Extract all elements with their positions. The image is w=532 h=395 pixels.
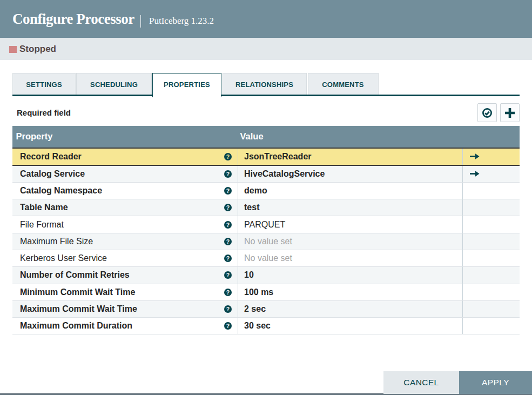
svg-text:?: ?	[226, 204, 230, 211]
svg-text:?: ?	[226, 289, 230, 295]
svg-text:?: ?	[226, 188, 230, 194]
svg-text:?: ?	[226, 153, 230, 159]
svg-text:?: ?	[226, 170, 230, 177]
svg-text:?: ?	[226, 255, 230, 262]
svg-text:?: ?	[226, 221, 230, 227]
svg-text:?: ?	[226, 306, 230, 312]
svg-text:?: ?	[226, 323, 230, 329]
svg-text:?: ?	[226, 272, 230, 278]
svg-text:?: ?	[226, 238, 230, 244]
